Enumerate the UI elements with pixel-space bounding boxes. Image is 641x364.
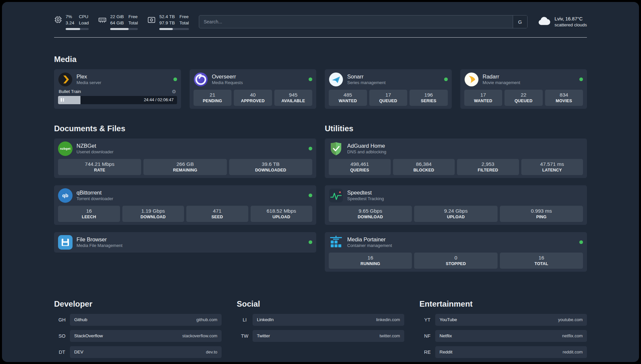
stat-label: WANTED: [330, 99, 366, 103]
pause-icon[interactable]: [61, 98, 64, 102]
bookmark-name: Github: [74, 317, 87, 322]
bookmark-reddit[interactable]: RE Reddit reddit.com: [419, 346, 587, 358]
bookmark-abbr: YT: [419, 314, 435, 326]
stat-value: 834: [546, 92, 582, 98]
bookmark-linkedin[interactable]: LI LinkedIn linkedin.com: [237, 314, 404, 326]
search-engine-button[interactable]: G: [513, 15, 527, 28]
service-subtitle: Torrent downloader: [76, 196, 305, 202]
status-online-dot: [444, 77, 448, 81]
service-name: NZBGet: [76, 142, 305, 149]
ram-icon: [98, 15, 107, 24]
stat-value: 2,953: [458, 161, 518, 167]
gear-icon[interactable]: ⚙: [172, 89, 176, 94]
documents-section: Documents & Files nzbget NZBGet Usenet d…: [54, 124, 316, 253]
service-name: Speedtest: [347, 189, 583, 196]
bookmark-url: linkedin.com: [376, 317, 400, 322]
service-name: Media Portainer: [347, 236, 575, 243]
bookmark-abbr: GH: [54, 314, 70, 326]
service-card-adguard[interactable]: AdGuard Home DNS and adblocking 498,461 …: [325, 138, 587, 178]
service-card-radarr[interactable]: Radarr Movie management 17 WANTED 22 QUE…: [460, 69, 587, 109]
stat-download: 9.65 Gbps DOWNLOAD: [329, 206, 412, 222]
service-card-filebrowser[interactable]: File Browser Media File Management: [54, 232, 316, 253]
service-subtitle: Media server: [76, 80, 169, 86]
bookmark-url: dev.to: [206, 349, 217, 354]
status-online-dot: [309, 194, 312, 197]
system-widgets: 7% 3.24 CPU Load: [54, 14, 189, 30]
service-subtitle: Speedtest Tracking: [347, 196, 583, 202]
bookmark-dev[interactable]: DT DEV dev.to: [54, 346, 222, 358]
stat-total: 16 TOTAL: [500, 253, 583, 269]
memory-label-bottom: Total: [129, 20, 138, 26]
filebrowser-icon: [58, 235, 73, 250]
service-name: File Browser: [76, 236, 305, 243]
service-card-plex[interactable]: Plex Media server Bullet Train ⚙ 24:44 /…: [54, 69, 181, 109]
bookmark-name: Netflix: [440, 333, 452, 338]
stat-movies: 834 MOVIES: [545, 90, 583, 106]
bookmark-youtube[interactable]: YT YouTube youtube.com: [419, 314, 587, 326]
stat-label: SERIES: [411, 99, 446, 103]
playback-progress-bar[interactable]: 24:44 / 02:06:47: [58, 96, 177, 104]
stat-series: 196 SERIES: [410, 90, 448, 106]
service-card-portainer[interactable]: Media Portainer Container management 16 …: [325, 232, 587, 272]
status-online-dot: [579, 77, 583, 81]
service-name: Radarr: [483, 73, 576, 80]
bookmark-url: github.com: [196, 317, 217, 322]
stat-value: 196: [411, 92, 446, 98]
service-card-speedtest[interactable]: Speedtest Speedtest Tracking 9.65 Gbps D…: [325, 185, 587, 225]
stat-label: APPROVED: [235, 99, 271, 103]
stat-value: 485: [330, 92, 366, 98]
status-online-dot: [579, 240, 583, 244]
service-name: qBittorrent: [76, 189, 305, 196]
stat-queries: 498,461 QUERIES: [329, 159, 391, 175]
stat-leech: 16 LEECH: [58, 206, 120, 222]
service-name: AdGuard Home: [347, 142, 583, 149]
section-title-media: Media: [54, 55, 587, 64]
bookmark-name: StackOverflow: [74, 333, 103, 338]
stat-label: DOWNLOADED: [230, 168, 311, 172]
stat-value: 498,461: [330, 161, 389, 167]
cpu-progress-bar: [66, 28, 89, 30]
stat-label: UPLOAD: [252, 215, 311, 219]
bookmark-abbr: TW: [237, 330, 253, 342]
stat-label: STOPPED: [415, 261, 496, 266]
section-title-utilities: Utilities: [325, 124, 587, 133]
stat-wanted: 485 WANTED: [329, 90, 367, 106]
status-online-dot: [173, 77, 177, 81]
bookmark-github[interactable]: GH Github github.com: [54, 314, 222, 326]
storage-widget: 52.4 TB 97.9 TB Free Total: [147, 14, 189, 30]
bookmark-netflix[interactable]: NF Netflix netflix.com: [419, 330, 587, 342]
service-card-nzbget[interactable]: nzbget NZBGet Usenet downloader 744.21 M…: [54, 138, 316, 178]
stat-wanted: 17 WANTED: [464, 90, 503, 106]
service-card-overseerr[interactable]: Overseerr Media Requests 21 PENDING 40 A…: [190, 69, 317, 109]
storage-total-value: 97.9 TB: [159, 20, 175, 26]
stat-label: BLOCKED: [394, 168, 454, 172]
bookmark-abbr: SO: [54, 330, 70, 342]
stat-approved: 40 APPROVED: [234, 90, 272, 106]
service-card-sonarr[interactable]: Sonarr Series management 485 WANTED 17 Q…: [325, 69, 452, 109]
stat-latency: 47.571 ms LATENCY: [521, 159, 583, 175]
bookmark-stackoverflow[interactable]: SO StackOverflow stackoverflow.com: [54, 330, 222, 342]
stat-ping: 0.993 ms PING: [500, 206, 583, 222]
bookmark-name: YouTube: [440, 317, 457, 322]
stat-queued: 17 QUEUED: [369, 90, 408, 106]
bookmark-twitter[interactable]: TW Twitter twitter.com: [237, 330, 404, 342]
stat-queued: 22 QUEUED: [504, 90, 543, 106]
utilities-section: Utilities AdGuard Home DNS and adblockin…: [325, 124, 587, 272]
service-name: Plex: [76, 73, 169, 80]
bookmark-name: Reddit: [440, 349, 452, 354]
status-online-dot: [309, 147, 312, 150]
status-online-dot: [309, 77, 312, 81]
bookmark-name: DEV: [74, 349, 83, 354]
section-title-entertainment: Entertainment: [419, 299, 587, 309]
stat-running: 16 RUNNING: [329, 253, 412, 269]
search-input[interactable]: [199, 15, 513, 28]
radarr-icon: [464, 72, 479, 87]
service-card-qbittorrent[interactable]: qb qBittorrent Torrent downloader 16 LEE…: [54, 185, 316, 225]
memory-widget: 22 GiB 64 GiB Free Total: [98, 14, 138, 30]
weather-condition: scattered clouds: [555, 22, 587, 28]
stat-label: QUERIES: [330, 168, 389, 172]
cpu-progress-fill: [66, 28, 80, 30]
stat-value: 471: [188, 208, 247, 214]
bookmark-url: reddit.com: [563, 349, 583, 354]
plex-icon: [58, 72, 73, 87]
